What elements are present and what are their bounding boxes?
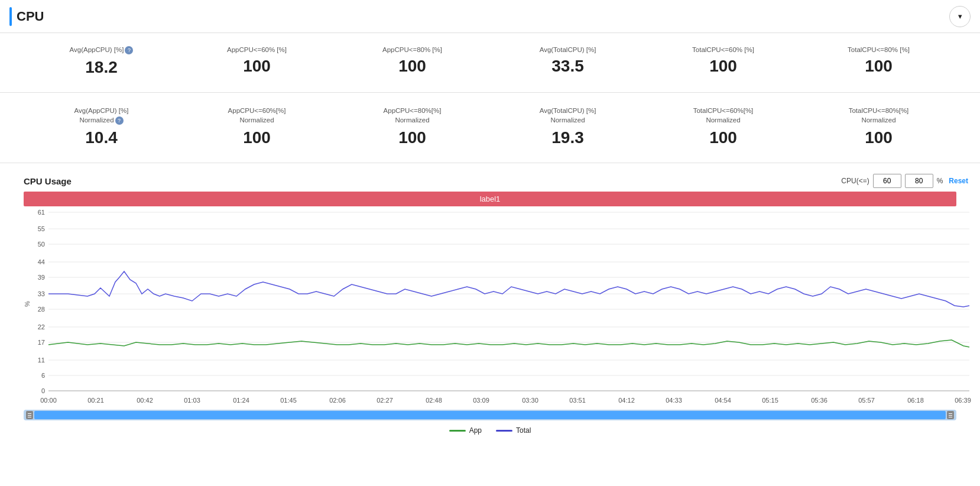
metric-value-avg-total-cpu-norm: 19.3 [499, 128, 636, 147]
help-icon-avg-app-cpu[interactable]: ? [125, 46, 133, 54]
chart-container: label1 61 55 50 44 39 33 28 [0, 192, 980, 420]
metric-col-app-cpu-60-norm: AppCPU<=60%[%]Normalized100 [179, 102, 335, 153]
svg-text:61: 61 [38, 209, 45, 216]
metric-col-total-cpu-80: TotalCPU<=80% [%]100 [801, 43, 956, 83]
help-icon-avg-app-cpu-norm[interactable]: ? [115, 116, 124, 125]
metric-label-avg-total-cpu: Avg(TotalCPU) [%] [499, 46, 636, 53]
svg-text:04:33: 04:33 [666, 397, 682, 404]
blue-bar-accent [9, 7, 12, 26]
cpu-threshold-60-input[interactable] [873, 174, 901, 188]
svg-text:06:39: 06:39 [955, 397, 971, 404]
metric-col-app-cpu-80-norm: AppCPU<=80%[%]Normalized100 [335, 102, 490, 153]
metric-col-app-cpu-60: AppCPU<=60% [%]100 [179, 43, 335, 83]
svg-text:01:03: 01:03 [184, 397, 200, 404]
metric-value-app-cpu-60-norm: 100 [189, 128, 325, 147]
cpu-threshold-80-input[interactable] [905, 174, 933, 188]
chart-wrapper: 61 55 50 44 39 33 28 22 17 11 [24, 206, 956, 407]
svg-text:05:15: 05:15 [762, 397, 778, 404]
svg-text:01:45: 01:45 [280, 397, 297, 404]
scrollbar-handle-left[interactable] [26, 411, 33, 419]
legend-label-total: Total [516, 426, 531, 435]
app-cpu-line [48, 340, 969, 347]
cpu-lte-label: CPU(<=) [841, 177, 869, 185]
svg-text:00:42: 00:42 [137, 397, 153, 404]
metric-value-app-cpu-60: 100 [189, 57, 325, 76]
svg-text:55: 55 [38, 225, 45, 232]
metric-label-total-cpu-80-norm: TotalCPU<=80%[%]Normalized [810, 106, 947, 125]
chart-scrollbar[interactable] [24, 410, 956, 420]
svg-text:03:51: 03:51 [569, 397, 586, 404]
metric-value-app-cpu-80-norm: 100 [344, 128, 481, 147]
legend-label-app: App [469, 426, 482, 435]
metric-col-avg-total-cpu-norm: Avg(TotalCPU) [%]Normalized19.3 [490, 102, 645, 153]
legend-item-app: App [449, 426, 482, 435]
svg-text:00:21: 00:21 [87, 397, 104, 404]
metrics-row-1: Avg(AppCPU) [%]?18.2AppCPU<=60% [%]100Ap… [24, 43, 956, 83]
metric-col-avg-total-cpu: Avg(TotalCPU) [%]33.5 [490, 43, 645, 83]
metric-label-app-cpu-80: AppCPU<=80% [%] [344, 46, 481, 53]
metric-value-total-cpu-60: 100 [655, 57, 791, 76]
svg-text:00:00: 00:00 [40, 397, 57, 404]
metric-label-avg-app-cpu: Avg(AppCPU) [%]? [33, 46, 170, 54]
total-cpu-line [48, 271, 969, 307]
label-bar: label1 [24, 192, 956, 206]
header: CPU ▾ [0, 0, 980, 33]
dropdown-button[interactable]: ▾ [949, 6, 971, 27]
metric-value-total-cpu-80-norm: 100 [810, 128, 947, 147]
svg-text:39: 39 [38, 274, 45, 281]
legend-color-total [496, 430, 512, 432]
page: CPU ▾ Avg(AppCPU) [%]?18.2AppCPU<=60% [%… [0, 0, 980, 486]
cpu-usage-header: CPU Usage CPU(<=) % Reset [0, 168, 980, 192]
svg-text:50: 50 [38, 241, 45, 248]
svg-text:04:54: 04:54 [715, 397, 731, 404]
legend-color-app [449, 430, 466, 432]
svg-text:28: 28 [38, 306, 45, 313]
metric-label-app-cpu-80-norm: AppCPU<=80%[%]Normalized [344, 106, 481, 125]
metrics-row-2: Avg(AppCPU) [%]Normalized?10.4AppCPU<=60… [24, 102, 956, 153]
metric-col-app-cpu-80: AppCPU<=80% [%]100 [335, 43, 490, 83]
metric-value-avg-total-cpu: 33.5 [499, 57, 636, 76]
svg-text:17: 17 [38, 339, 45, 346]
svg-text:01:24: 01:24 [233, 397, 249, 404]
handle-lines-left [28, 413, 31, 417]
svg-text:04:12: 04:12 [618, 397, 635, 404]
svg-text:02:48: 02:48 [426, 397, 442, 404]
metric-col-total-cpu-80-norm: TotalCPU<=80%[%]Normalized100 [801, 102, 956, 153]
metrics-section-row2: Avg(AppCPU) [%]Normalized?10.4AppCPU<=60… [0, 98, 980, 158]
metric-label-total-cpu-60: TotalCPU<=60% [%] [655, 46, 791, 53]
cpu-controls: CPU(<=) % Reset [841, 174, 971, 188]
svg-text:33: 33 [38, 290, 45, 297]
pct-label: % [937, 177, 943, 185]
metrics-section-row1: Avg(AppCPU) [%]?18.2AppCPU<=60% [%]100Ap… [0, 33, 980, 88]
chevron-down-icon: ▾ [958, 12, 962, 21]
svg-text:02:27: 02:27 [377, 397, 393, 404]
cpu-usage-title: CPU Usage [24, 176, 72, 186]
metric-value-avg-app-cpu-norm: 10.4 [33, 128, 170, 147]
metric-value-app-cpu-80: 100 [344, 57, 481, 76]
metric-label-avg-total-cpu-norm: Avg(TotalCPU) [%]Normalized [499, 106, 636, 125]
svg-text:06:18: 06:18 [907, 397, 924, 404]
header-left: CPU [9, 7, 44, 26]
scrollbar-handle-right[interactable] [947, 411, 954, 419]
svg-text:44: 44 [38, 258, 45, 265]
metric-col-total-cpu-60: TotalCPU<=60% [%]100 [645, 43, 801, 83]
metric-col-avg-app-cpu: Avg(AppCPU) [%]?18.2 [24, 43, 179, 83]
svg-text:03:30: 03:30 [522, 397, 538, 404]
svg-text:%: % [24, 301, 31, 307]
handle-lines-right [949, 413, 952, 417]
svg-text:11: 11 [38, 357, 45, 364]
cpu-chart[interactable]: 61 55 50 44 39 33 28 22 17 11 [24, 206, 975, 407]
metric-label-app-cpu-60-norm: AppCPU<=60%[%]Normalized [189, 106, 325, 125]
chart-legend: AppTotal [0, 420, 980, 438]
svg-text:05:36: 05:36 [811, 397, 828, 404]
reset-button[interactable]: Reset [946, 176, 971, 186]
metric-label-total-cpu-80: TotalCPU<=80% [%] [810, 46, 947, 53]
svg-text:22: 22 [38, 323, 45, 331]
metric-label-total-cpu-60-norm: TotalCPU<=60%[%]Normalized [655, 106, 791, 125]
scrollbar-track[interactable] [34, 411, 946, 419]
svg-text:03:09: 03:09 [473, 397, 489, 404]
svg-text:6: 6 [41, 372, 45, 379]
metric-col-total-cpu-60-norm: TotalCPU<=60%[%]Normalized100 [645, 102, 801, 153]
legend-item-total: Total [496, 426, 531, 435]
metric-label-app-cpu-60: AppCPU<=60% [%] [189, 46, 325, 53]
